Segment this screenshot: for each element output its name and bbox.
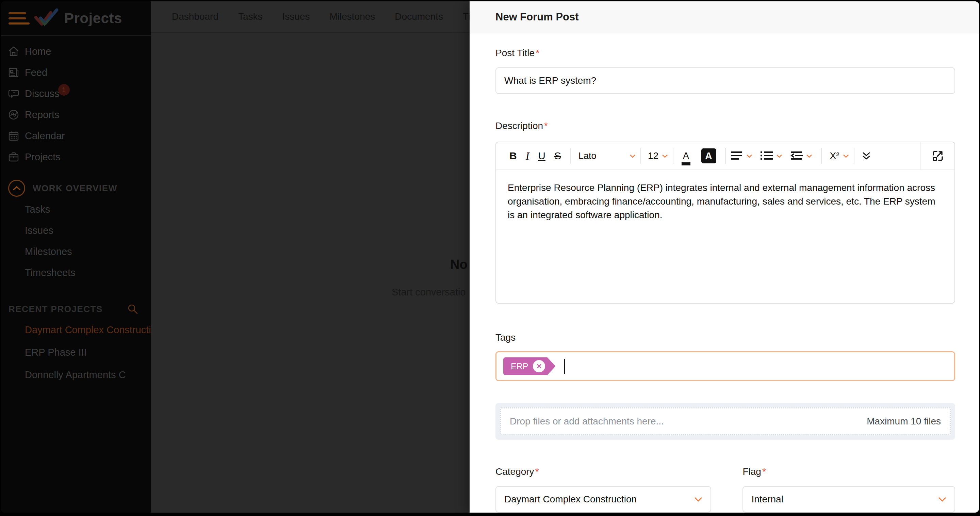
tab-issues[interactable]: Issues: [282, 11, 310, 22]
empty-state-subtext: Start conversatio: [392, 287, 466, 298]
sidebar-item-label: Feed: [25, 67, 47, 78]
new-forum-post-panel: New Forum Post Post Title* What is ERP s…: [469, 2, 979, 513]
panel-header: New Forum Post: [469, 2, 979, 33]
collapse-section-icon[interactable]: [8, 180, 25, 197]
category-label: Category*: [495, 466, 711, 477]
sidebar-item-feed[interactable]: Feed: [1, 62, 151, 83]
tags-label: Tags: [495, 332, 955, 343]
description-label: Description*: [495, 121, 955, 131]
expand-editor-icon[interactable]: [930, 148, 946, 164]
sub-item-label: Issues: [25, 225, 53, 236]
sub-item-label: Timesheets: [25, 267, 76, 279]
label-text: Category: [495, 466, 534, 477]
app-window: Projects Home Feed Discuss 1 Reports: [1, 2, 979, 513]
panel-body: Post Title* What is ERP system? Descript…: [469, 48, 979, 513]
align-dropdown[interactable]: [730, 151, 752, 161]
recent-project-daymart[interactable]: Daymart Complex Construction: [1, 319, 151, 341]
sidebar-item-wo-issues[interactable]: Issues: [1, 220, 151, 241]
post-title-input[interactable]: What is ERP system?: [495, 67, 955, 94]
more-tools-button[interactable]: [859, 151, 871, 160]
sidebar-item-wo-timesheets[interactable]: Timesheets: [1, 262, 151, 283]
briefcase-icon: [8, 151, 19, 163]
project-label: Donnelly Apartments C: [25, 369, 126, 381]
tab-dashboard[interactable]: Dashboard: [172, 11, 218, 22]
strikethrough-button[interactable]: S: [550, 150, 566, 162]
tab-documents[interactable]: Documents: [395, 11, 443, 22]
reports-icon: [8, 109, 19, 121]
sidebar-item-projects[interactable]: Projects: [1, 147, 151, 167]
toolbar-divider: [854, 148, 854, 164]
home-icon: [8, 46, 19, 57]
project-label: Daymart Complex Construction: [25, 324, 151, 336]
tags-input[interactable]: ERP ✕: [495, 351, 955, 381]
description-editor: B I U S Lato 12 A A: [495, 142, 955, 304]
panel-title: New Forum Post: [495, 11, 579, 23]
search-icon[interactable]: [127, 303, 138, 315]
work-overview-title: WORK OVERVIEW: [33, 183, 118, 194]
sidebar-item-label: Home: [25, 46, 51, 57]
remove-tag-icon[interactable]: ✕: [533, 360, 545, 373]
italic-button[interactable]: I: [521, 150, 534, 162]
category-flag-row: Category* Daymart Complex Construction F…: [495, 466, 955, 513]
recent-project-donnelly[interactable]: Donnelly Apartments C: [1, 363, 151, 386]
sidebar-item-discuss[interactable]: Discuss 1: [1, 83, 151, 104]
font-family-dropdown[interactable]: Lato: [576, 151, 636, 161]
tag-label: ERP: [511, 362, 528, 371]
sub-item-label: Tasks: [25, 204, 50, 215]
superscript-label: X²: [830, 150, 840, 161]
sidebar-item-wo-milestones[interactable]: Milestones: [1, 241, 151, 262]
description-textarea[interactable]: Enterprise Resource Planning (ERP) integ…: [496, 170, 955, 233]
font-size-dropdown[interactable]: 12: [646, 150, 668, 161]
attachment-limit: Maximum 10 files: [867, 416, 941, 427]
flag-select[interactable]: Internal: [743, 486, 955, 513]
superscript-dropdown[interactable]: X²: [827, 150, 849, 161]
chevron-down-icon: [938, 497, 946, 502]
category-select[interactable]: Daymart Complex Construction: [495, 486, 711, 513]
font-size-value: 12: [648, 150, 659, 161]
chevron-down-icon: [776, 154, 782, 158]
app-title: Projects: [64, 10, 122, 27]
work-overview-header[interactable]: WORK OVERVIEW: [1, 180, 151, 197]
flag-label: Flag*: [743, 466, 955, 477]
sidebar-item-reports[interactable]: Reports: [1, 104, 151, 125]
list-dropdown[interactable]: [760, 151, 782, 161]
category-field: Category* Daymart Complex Construction: [495, 466, 711, 513]
highlight-color-button[interactable]: A: [701, 148, 716, 163]
hamburger-menu-icon[interactable]: [8, 12, 29, 24]
text-cursor: [564, 359, 565, 374]
projects-logo-icon: [33, 7, 60, 30]
indent-dropdown[interactable]: [791, 151, 812, 161]
sub-item-label: Milestones: [25, 246, 72, 257]
toolbar-divider: [920, 142, 921, 169]
discuss-icon: [8, 88, 19, 99]
toolbar-divider: [640, 148, 641, 164]
bold-button[interactable]: B: [505, 150, 521, 162]
tab-milestones[interactable]: Milestones: [330, 11, 375, 22]
feed-icon: [8, 67, 19, 78]
expand-editor-wrap: [920, 142, 955, 169]
sidebar-item-wo-tasks[interactable]: Tasks: [1, 199, 151, 220]
underline-button[interactable]: U: [533, 150, 550, 162]
chevron-down-icon: [694, 497, 702, 502]
chevron-down-icon: [843, 154, 849, 158]
required-asterisk: *: [535, 466, 539, 477]
flag-field: Flag* Internal: [743, 466, 955, 513]
chevron-down-icon: [806, 154, 812, 158]
sidebar-nav: Home Feed Discuss 1 Reports Calendar: [1, 36, 151, 167]
label-text: Flag: [743, 466, 761, 477]
tab-tasks[interactable]: Tasks: [238, 11, 263, 22]
editor-toolbar: B I U S Lato 12 A A: [496, 142, 955, 170]
attachment-dropzone-inner: Drop files or add attachments here... Ma…: [500, 408, 951, 435]
required-asterisk: *: [536, 48, 539, 58]
attachment-dropzone[interactable]: Drop files or add attachments here... Ma…: [495, 403, 955, 440]
empty-state-heading: No: [450, 257, 468, 272]
tag-chip-erp[interactable]: ERP ✕: [503, 357, 555, 375]
chevron-down-icon: [746, 154, 752, 158]
toolbar-divider: [725, 148, 726, 164]
sidebar-item-calendar[interactable]: Calendar: [1, 125, 151, 147]
font-color-button[interactable]: A: [678, 150, 694, 162]
chevron-down-icon: [630, 154, 636, 158]
recent-project-erp-phase-iii[interactable]: ERP Phase III: [1, 341, 151, 363]
project-label: ERP Phase III: [25, 347, 87, 358]
sidebar-item-home[interactable]: Home: [1, 41, 151, 62]
